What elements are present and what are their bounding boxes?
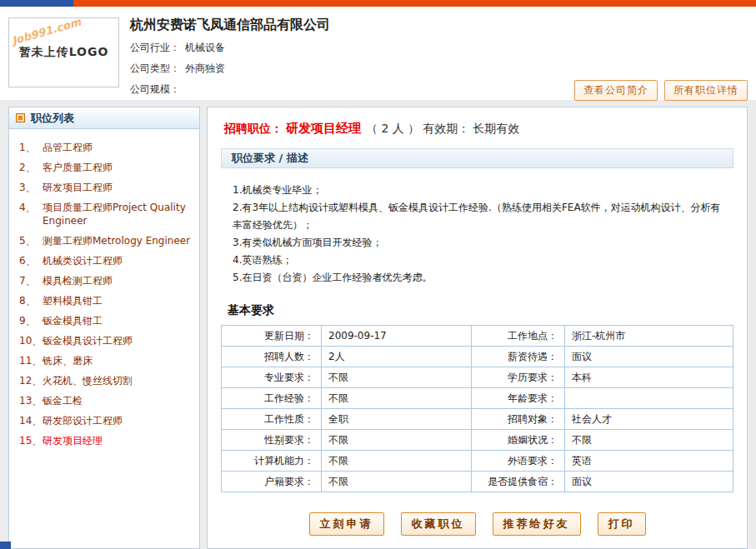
view-company-profile-button[interactable]: 查看公司简介: [574, 80, 658, 101]
content-area: 职位列表 1、品管工程师 2、客户质量工程师 3、研发项目工程师 4、项目质量工…: [0, 100, 756, 549]
job-headcount: （ 2 人 ）: [366, 122, 419, 135]
requirements-table: 更新日期： 2009-09-17 工作地点： 浙江-杭州市 招聘人数： 2人 薪…: [221, 325, 733, 492]
req-label: 是否提供食宿：: [472, 472, 565, 492]
job-list-item[interactable]: 1、品管工程师: [19, 137, 196, 157]
job-list-title: 职位列表: [31, 111, 74, 126]
job-list-item[interactable]: 9、钣金模具钳工: [19, 311, 196, 331]
req-value: 2009-09-17: [322, 326, 472, 347]
job-title-label: 招聘职位：: [224, 122, 283, 135]
req-label: 计算机能力：: [222, 451, 322, 472]
job-item-number: 7、: [19, 274, 43, 287]
table-row: 招聘人数： 2人 薪资待遇： 面议: [222, 347, 733, 367]
job-item-label: 项目质量工程师Project Quality Engineer: [43, 201, 196, 227]
job-item-label: 机械类设计工程师: [43, 254, 123, 267]
all-jobs-detail-button[interactable]: 所有职位详情: [664, 80, 748, 101]
job-description-line: 2.有3年以上结构设计或塑料模具、钣金模具设计工作经验.（熟练使用相关FEA软件…: [233, 199, 727, 234]
job-list-item[interactable]: 13、钣金工检: [19, 391, 196, 411]
job-description-line: 3.有类似机械方面项目开发经验；: [233, 234, 727, 252]
print-button[interactable]: 打印: [598, 512, 646, 536]
job-list-item-active[interactable]: 15、研发项目经理: [19, 431, 196, 451]
job-item-number: 3、: [19, 181, 43, 194]
req-value: 浙江-杭州市: [565, 326, 733, 347]
job-item-number: 2、: [19, 161, 43, 174]
job-list-item[interactable]: 2、客户质量工程师: [19, 157, 196, 177]
job-item-number: 10、: [19, 334, 43, 347]
req-label: 招聘人数：: [222, 347, 322, 367]
table-row: 户籍要求： 不限 是否提供食宿： 面议: [222, 472, 733, 492]
save-job-button[interactable]: 收藏职位: [401, 512, 476, 536]
job-title: 研发项目经理: [286, 121, 361, 136]
job-description: 1.机械类专业毕业； 2.有3年以上结构设计或塑料模具、钣金模具设计工作经验.（…: [221, 168, 733, 287]
job-item-label: 钣金工检: [43, 394, 83, 407]
job-item-label: 钣金模具设计工程师: [43, 334, 133, 347]
job-item-number: 6、: [19, 254, 43, 267]
company-industry-label: 公司行业：: [130, 42, 180, 53]
bottom-left-accent: [0, 542, 11, 549]
section-basic-requirements-title: 基本要求: [228, 303, 733, 318]
job-item-number: 12、: [19, 374, 43, 387]
job-detail-panel: 招聘职位：研发项目经理（ 2 人 ）有效期：长期有效 职位要求 / 描述 1.机…: [207, 107, 748, 549]
req-value: 不限: [322, 388, 472, 409]
job-list-item[interactable]: 6、机械类设计工程师: [19, 251, 196, 271]
req-label: 更新日期：: [222, 326, 322, 347]
job-list-item[interactable]: 7、模具检测工程师: [19, 271, 196, 291]
job-description-line: 1.机械类专业毕业；: [233, 182, 727, 199]
company-industry-row: 公司行业：机械设备: [130, 37, 756, 58]
table-row: 专业要求： 不限 学历要求： 本科: [222, 367, 733, 388]
job-list-item[interactable]: 5、测量工程师Metrology Engineer: [19, 231, 196, 251]
req-value: 不限: [322, 430, 472, 451]
recommend-to-friend-button[interactable]: 推荐给好友: [493, 512, 581, 536]
section-job-description-title: 职位要求 / 描述: [232, 152, 308, 164]
job-list-item[interactable]: 8、塑料模具钳工: [19, 291, 196, 311]
job-item-number: 8、: [19, 294, 43, 307]
job-item-label: 测量工程师Metrology Engineer: [43, 234, 190, 247]
job-item-number: 14、: [19, 414, 43, 427]
list-bullet-icon: [16, 113, 25, 122]
job-list-item[interactable]: 12、火花机、慢丝线切割: [19, 371, 196, 391]
table-row: 性别要求： 不限 婚姻状况： 不限: [222, 430, 733, 451]
job-item-number: 5、: [19, 234, 43, 247]
req-label: 专业要求：: [222, 367, 322, 388]
req-value: 本科: [565, 367, 733, 388]
job-list-item[interactable]: 10、钣金模具设计工程师: [19, 331, 196, 351]
company-size-label: 公司规模：: [130, 83, 180, 95]
req-label: 婚姻状况：: [472, 430, 565, 451]
job-item-number: 4、: [19, 201, 43, 227]
job-list-item[interactable]: 14、研发部设计工程师: [19, 411, 196, 431]
company-type-value: 外商独资: [185, 62, 225, 74]
req-value: [565, 388, 733, 409]
job-item-number: 13、: [19, 394, 43, 407]
req-label: 招聘对象：: [472, 409, 565, 430]
action-buttons: 立刻申请 收藏职位 推荐给好友 打印: [221, 512, 733, 536]
job-validity-label: 有效期：: [423, 122, 469, 135]
job-list-sidebar: 职位列表 1、品管工程师 2、客户质量工程师 3、研发项目工程师 4、项目质量工…: [8, 107, 200, 549]
req-label: 工作地点：: [472, 326, 565, 347]
job-item-label: 钣金模具钳工: [43, 314, 103, 327]
job-list-header: 职位列表: [9, 107, 199, 129]
job-item-label: 火花机、慢丝线切割: [43, 374, 133, 387]
top-accent-bar: [0, 0, 756, 7]
req-label: 学历要求：: [472, 367, 565, 388]
job-list-item[interactable]: 11、铣床、磨床: [19, 351, 196, 371]
req-value: 不限: [322, 367, 472, 388]
section-job-description-header: 职位要求 / 描述: [221, 148, 733, 168]
site-watermark: Job991.com: [11, 17, 83, 47]
req-value: 英语: [565, 451, 733, 472]
header-buttons: 查看公司简介 所有职位详情: [574, 80, 748, 101]
job-list-item[interactable]: 4、项目质量工程师Project Quality Engineer: [19, 197, 196, 231]
job-item-label: 研发项目工程师: [43, 181, 113, 194]
req-value: 面议: [565, 472, 733, 492]
job-item-label: 研发项目经理: [43, 434, 103, 447]
req-label: 性别要求：: [222, 430, 322, 451]
job-item-number: 1、: [19, 141, 43, 154]
apply-now-button[interactable]: 立刻申请: [309, 512, 384, 536]
job-item-number: 9、: [19, 314, 43, 327]
table-row: 工作经验： 不限 年龄要求：: [222, 388, 733, 409]
job-item-number: 15、: [19, 434, 43, 447]
company-name: 杭州安费诺飞凤通信部品有限公司: [130, 17, 756, 34]
req-value: 社会人才: [565, 409, 733, 430]
job-list-item[interactable]: 3、研发项目工程师: [19, 177, 196, 197]
req-value: 不限: [322, 451, 472, 472]
company-industry-value: 机械设备: [185, 42, 225, 53]
req-label: 户籍要求：: [222, 472, 322, 492]
